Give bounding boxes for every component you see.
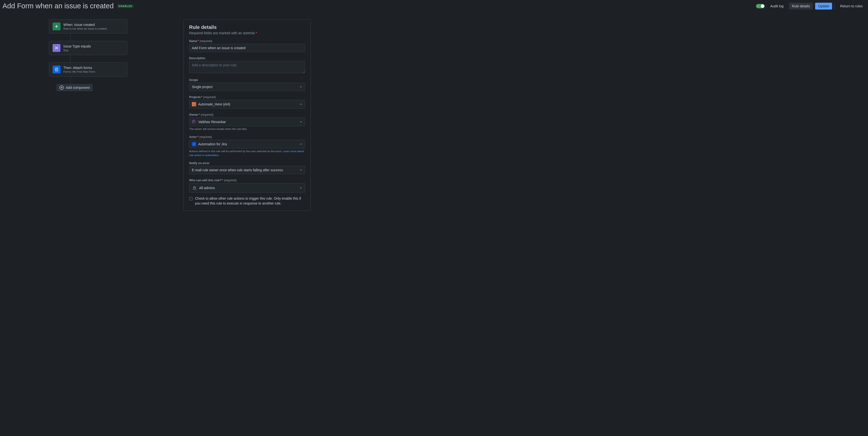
- description-label: Description: [189, 57, 305, 60]
- plus-icon: [53, 23, 60, 30]
- scope-select[interactable]: Single project: [189, 83, 305, 91]
- panel-title: Rule details: [189, 25, 305, 30]
- lock-icon: [192, 185, 197, 191]
- description-input[interactable]: [189, 61, 305, 73]
- action-card[interactable]: Then: Attach forms Forms: My First New F…: [49, 62, 127, 76]
- actor-select[interactable]: Automation for Jira: [189, 140, 305, 149]
- flow-connector: [70, 76, 70, 84]
- add-component-label: Add component: [66, 86, 90, 90]
- rule-details-button[interactable]: Rule details: [789, 3, 813, 9]
- chevron-down-icon: [300, 120, 302, 123]
- owner-help: The owner will receive emails when the r…: [189, 127, 305, 131]
- jira-icon: [192, 142, 196, 146]
- trigger-card[interactable]: When: Issue created Rule is run when an …: [49, 19, 127, 33]
- condition-sub: Bug: [63, 49, 124, 52]
- plus-circle-icon: [59, 85, 64, 90]
- owner-value: Vaibhav Revankar: [198, 120, 226, 124]
- page-title: Add Form when an issue is created: [2, 2, 114, 10]
- return-to-rules-button[interactable]: Return to rules: [837, 3, 866, 9]
- notify-value: E-mail rule owner once when rule starts …: [192, 168, 283, 172]
- owner-avatar: [192, 120, 196, 124]
- update-button[interactable]: Update: [815, 3, 832, 9]
- branch-icon: [53, 44, 60, 52]
- action-title: Then: Attach forms: [63, 66, 124, 70]
- flow-connector: [70, 33, 70, 41]
- audit-log-button[interactable]: Audit log: [767, 3, 786, 9]
- chevron-down-icon: [300, 85, 302, 88]
- projects-value: Automate_Here (AH): [198, 102, 230, 106]
- notify-label: Notify on error: [189, 161, 305, 165]
- condition-title: Issue Type equals: [63, 44, 124, 48]
- condition-card[interactable]: Issue Type equals Bug: [49, 41, 127, 55]
- projects-label: Projects* (required): [189, 95, 305, 99]
- chevron-down-icon: [300, 143, 302, 146]
- name-input[interactable]: [189, 44, 305, 52]
- scope-label: Scope: [189, 78, 305, 82]
- form-icon: [53, 66, 60, 73]
- checkbox-label: Check to allow other rule actions to tri…: [195, 196, 305, 206]
- who-select[interactable]: All admins: [189, 183, 305, 193]
- name-label: Name* (required): [189, 39, 305, 43]
- chevron-down-icon: [300, 186, 302, 189]
- rule-details-panel: Rule details Required fields are marked …: [184, 19, 311, 211]
- projects-select[interactable]: Automate_Here (AH): [189, 100, 305, 108]
- actor-help: Actions defined in this rule will be per…: [189, 150, 305, 157]
- notify-select[interactable]: E-mail rule owner once when rule starts …: [189, 166, 305, 174]
- svg-rect-2: [193, 188, 196, 189]
- flow-connector: [70, 55, 70, 62]
- project-avatar: [192, 102, 196, 106]
- chevron-down-icon: [300, 103, 302, 106]
- owner-label: Owner* (required): [189, 113, 305, 117]
- add-component-button[interactable]: Add component: [57, 84, 93, 91]
- trigger-sub: Rule is run when an issue is created.: [63, 27, 124, 30]
- rule-enabled-toggle[interactable]: [756, 4, 765, 8]
- chevron-down-icon: [300, 168, 302, 172]
- enabled-badge: ENABLED: [117, 4, 134, 8]
- who-value: All admins: [199, 186, 215, 190]
- scope-value: Single project: [192, 85, 213, 89]
- actor-label: Actor* (required): [189, 135, 305, 139]
- who-label: Who can edit this rule?* (required): [189, 179, 305, 182]
- actor-value: Automation for Jira: [198, 142, 227, 146]
- owner-select[interactable]: Vaibhav Revankar: [189, 118, 305, 126]
- trigger-title: When: Issue created: [63, 23, 124, 27]
- allow-other-rules-checkbox[interactable]: [189, 197, 192, 200]
- required-note: Required fields are marked with an aster…: [189, 31, 305, 35]
- action-sub: Forms: My First New Form: [63, 70, 124, 73]
